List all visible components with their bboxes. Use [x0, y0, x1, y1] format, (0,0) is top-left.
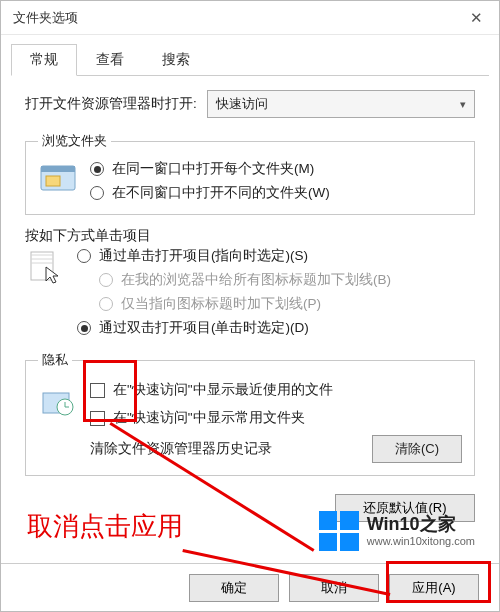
- clear-button[interactable]: 清除(C): [372, 435, 462, 463]
- radio-icon: [90, 162, 104, 176]
- annotation-box-checkboxes: [83, 360, 137, 422]
- radio-underline-hover: 仅当指向图标标题时加下划线(P): [99, 295, 475, 313]
- open-with-combo[interactable]: 快速访问 ▾: [207, 90, 475, 118]
- radio-icon: [77, 249, 91, 263]
- clear-history-label: 清除文件资源管理器历史记录: [90, 440, 272, 458]
- radio-icon: [99, 297, 113, 311]
- tab-bar: 常规 查看 搜索: [11, 43, 489, 76]
- annotation-box-apply: [386, 561, 491, 603]
- svg-rect-1: [41, 166, 75, 172]
- watermark: Win10之家 www.win10xitong.com: [319, 511, 475, 551]
- brand-url: www.win10xitong.com: [367, 535, 475, 547]
- tab-content: 打开文件资源管理器时打开: 快速访问 ▾ 浏览文件夹 在同一窗口中打开每个文件夹…: [1, 76, 499, 476]
- browse-fieldset: 浏览文件夹 在同一窗口中打开每个文件夹(M) 在不同窗口中打开不同的文件夹(W): [25, 132, 475, 215]
- folder-options-window: 文件夹选项 ✕ 常规 查看 搜索 打开文件资源管理器时打开: 快速访问 ▾ 浏览…: [0, 0, 500, 612]
- open-with-row: 打开文件资源管理器时打开: 快速访问 ▾: [25, 90, 475, 118]
- radio-underline-all: 在我的浏览器中给所有图标标题加下划线(B): [99, 271, 475, 289]
- radio-icon: [99, 273, 113, 287]
- ok-button[interactable]: 确定: [189, 574, 279, 602]
- privacy-clock-icon: [38, 381, 78, 417]
- radio-icon: [90, 186, 104, 200]
- tab-view[interactable]: 查看: [77, 44, 143, 76]
- chevron-down-icon: ▾: [460, 98, 466, 111]
- privacy-legend: 隐私: [38, 351, 72, 369]
- window-title: 文件夹选项: [13, 9, 78, 27]
- click-section: 通过单击打开项目(指向时选定)(S) 在我的浏览器中给所有图标标题加下划线(B)…: [25, 247, 475, 337]
- browse-legend: 浏览文件夹: [38, 132, 111, 150]
- annotation-text: 取消点击应用: [27, 509, 183, 544]
- open-with-label: 打开文件资源管理器时打开:: [25, 95, 197, 113]
- radio-diff-window[interactable]: 在不同窗口中打开不同的文件夹(W): [90, 184, 462, 202]
- combo-value: 快速访问: [216, 95, 268, 113]
- close-button[interactable]: ✕: [453, 1, 499, 35]
- chk-frequent-folders[interactable]: 在"快速访问"中显示常用文件夹: [90, 409, 462, 427]
- tab-search[interactable]: 搜索: [143, 44, 209, 76]
- titlebar: 文件夹选项 ✕: [1, 1, 499, 35]
- cursor-click-icon: [25, 247, 65, 337]
- radio-same-window[interactable]: 在同一窗口中打开每个文件夹(M): [90, 160, 462, 178]
- radio-single-click[interactable]: 通过单击打开项目(指向时选定)(S): [77, 247, 475, 265]
- tab-general[interactable]: 常规: [11, 44, 77, 76]
- radio-icon: [77, 321, 91, 335]
- windows-logo-icon: [319, 511, 359, 551]
- brand-name: Win10之家: [367, 515, 475, 535]
- click-heading: 按如下方式单击项目: [25, 227, 475, 245]
- chk-recent-files[interactable]: 在"快速访问"中显示最近使用的文件: [90, 381, 462, 399]
- svg-rect-2: [46, 176, 60, 186]
- radio-double-click[interactable]: 通过双击打开项目(单击时选定)(D): [77, 319, 475, 337]
- folder-window-icon: [38, 160, 78, 202]
- close-icon: ✕: [470, 9, 483, 27]
